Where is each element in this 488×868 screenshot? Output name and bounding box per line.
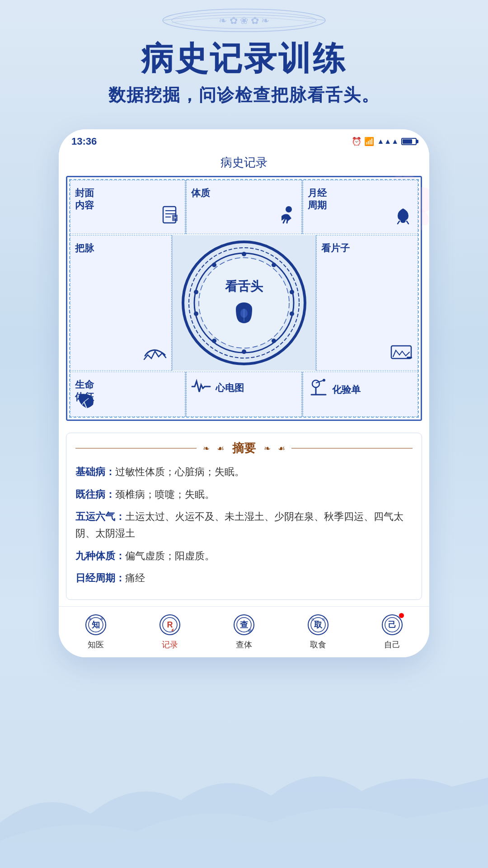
nav-ziji-icon: 己 <box>380 612 405 637</box>
nav-ziji[interactable]: 己 自己 <box>365 612 419 650</box>
xray-icon <box>389 342 413 364</box>
svg-text:己: 己 <box>388 620 396 629</box>
svg-rect-49 <box>322 618 325 621</box>
tongue-icon <box>230 299 258 328</box>
svg-text:知: 知 <box>91 620 100 629</box>
medical-grid-section: 封面 内容 + <box>59 176 429 426</box>
person-sitting-icon <box>277 205 297 229</box>
signal-icon: ▲▲▲ <box>377 137 399 146</box>
summary-section: ❧ ☙ 摘要 ❧ ☙ 基础病：过敏性体质；心脏病；失眠。 既往病：颈椎病；喷嚏；… <box>59 426 429 599</box>
status-time: 13:36 <box>71 136 97 147</box>
alarm-icon: ⏰ <box>352 137 361 146</box>
svg-rect-27 <box>407 357 412 359</box>
microscope-icon <box>308 378 328 400</box>
summary-item-4: 日经周期：痛经 <box>75 570 413 586</box>
document-icon: + <box>160 205 180 229</box>
summary-item-0: 基础病：过敏性体质；心脏病；失眠。 <box>75 463 413 480</box>
grid-cell-constitution[interactable]: 体质 <box>186 180 301 234</box>
mountain-bg <box>0 732 488 868</box>
phone-container: 13:36 ⏰ 📶 ▲▲▲ 病史记录 🌸 <box>0 129 488 657</box>
status-icons: ⏰ 📶 ▲▲▲ <box>352 137 417 146</box>
nav-zhiyi-label: 知医 <box>88 639 104 650</box>
grid-cell-lab-label: 化验单 <box>332 383 361 396</box>
svg-point-28 <box>312 380 319 387</box>
nav-zhiyi[interactable]: 知 知医 <box>69 612 123 650</box>
grid-cell-constitution-label: 体质 <box>191 187 210 199</box>
grid-cell-pulse[interactable]: 把脉 <box>70 235 172 371</box>
status-bar: 13:36 ⏰ 📶 ▲▲▲ <box>59 129 429 151</box>
ecg-icon <box>191 378 211 396</box>
svg-point-36 <box>89 618 91 620</box>
grid-cell-xray-label: 看片子 <box>321 242 350 254</box>
top-decoration: ❧ ✿ ❀ ✿ ❧ <box>0 0 488 36</box>
svg-point-32 <box>323 379 325 382</box>
nav-qushi[interactable]: 取 取食 <box>291 612 345 650</box>
svg-point-44 <box>248 629 252 632</box>
grid-cell-menstrual-label: 月经 周期 <box>308 187 327 212</box>
summary-item-3: 九种体质：偏气虚质；阳虚质。 <box>75 547 413 564</box>
grid-cell-cover-label: 封面 内容 <box>75 187 94 212</box>
summary-item-1: 既往病：颈椎病；喷嚏；失眠。 <box>75 486 413 503</box>
nav-chati-icon: 查 <box>231 612 257 637</box>
app-screen-title: 病史记录 <box>59 151 429 176</box>
svg-text:查: 查 <box>239 620 248 629</box>
pulse-hand-icon <box>143 342 167 364</box>
tongue-view-label: 看舌头 <box>225 278 263 295</box>
battery-icon <box>401 138 417 145</box>
notification-badge <box>399 613 404 618</box>
nav-qushi-icon: 取 <box>305 612 331 637</box>
bottom-nav: 知 知医 R <box>59 606 429 657</box>
svg-text:取: 取 <box>314 620 323 629</box>
svg-rect-48 <box>311 618 314 621</box>
nav-record[interactable]: R 记录 <box>143 612 197 650</box>
nav-chati-label: 查体 <box>236 639 252 650</box>
grid-cell-xray[interactable]: 看片子 <box>316 235 418 371</box>
svg-point-37 <box>100 618 103 620</box>
nav-record-label: 记录 <box>162 639 178 650</box>
svg-point-9 <box>286 206 292 212</box>
grid-cell-lab[interactable]: 化验单 <box>303 372 418 417</box>
nav-zhiyi-icon: 知 <box>83 612 108 637</box>
svg-text:❧ ✿ ❀ ✿ ❧: ❧ ✿ ❀ ✿ ❧ <box>219 15 269 26</box>
summary-title: 摘要 <box>232 440 256 456</box>
grid-cell-pulse-label: 把脉 <box>75 242 94 254</box>
main-title: 病史记录训练 <box>0 41 488 76</box>
svg-text:+: + <box>174 216 176 220</box>
phone-mockup: 13:36 ⏰ 📶 ▲▲▲ 病史记录 🌸 <box>59 129 429 657</box>
nav-ziji-label: 自己 <box>384 639 400 650</box>
grid-cell-ecg-label: 心电图 <box>216 382 244 394</box>
summary-header: ❧ ☙ 摘要 ❧ ☙ <box>75 440 413 456</box>
grid-cell-ecg[interactable]: 心电图 <box>186 372 301 417</box>
grid-cell-vitals[interactable]: 生命 体征 <box>70 372 185 417</box>
grid-cell-cover[interactable]: 封面 内容 + <box>70 180 185 234</box>
nav-qushi-label: 取食 <box>310 639 326 650</box>
uterus-icon <box>393 205 413 229</box>
summary-item-2: 五运六气：土运太过、火运不及、未土湿土、少阴在泉、秋季四运、四气太阴、太阴湿土 <box>75 508 413 542</box>
leaf-icon <box>76 390 98 412</box>
decorative-circle: 看舌头 <box>181 240 307 366</box>
center-tongue-cell[interactable]: 看舌头 <box>173 235 315 371</box>
svg-text:R: R <box>167 620 173 629</box>
sub-title: 数据挖掘，问诊检查把脉看舌头。 <box>0 84 488 107</box>
nav-chati[interactable]: 查 查体 <box>217 612 271 650</box>
grid-cell-menstrual[interactable]: 月经 周期 <box>303 180 418 234</box>
nav-record-icon: R <box>157 612 183 637</box>
wifi-icon: 📶 <box>364 137 374 146</box>
